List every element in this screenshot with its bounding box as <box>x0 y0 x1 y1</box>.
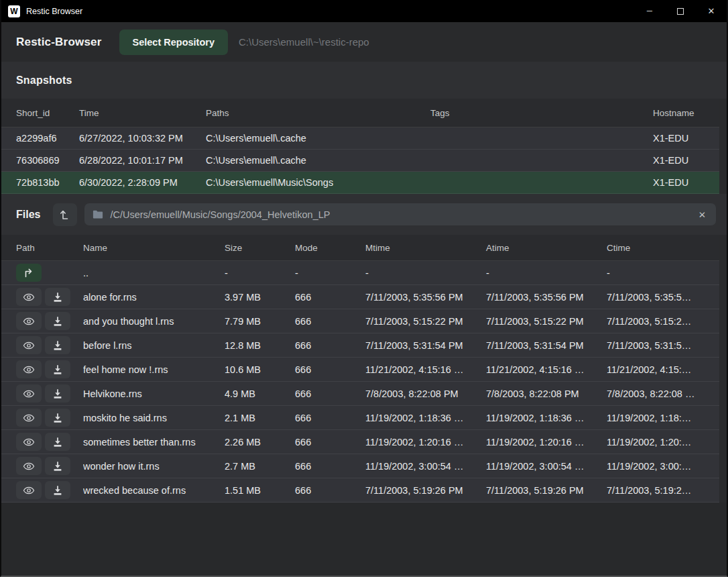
col-paths: Paths <box>206 108 430 118</box>
file-mtime: 11/19/2002, 3:00:54 … <box>365 461 486 472</box>
download-file-button[interactable] <box>45 457 70 475</box>
view-file-button[interactable] <box>16 336 42 354</box>
file-row: wrecked because of.rns 1.51 MB 666 7/11/… <box>1 478 719 503</box>
select-repository-button[interactable]: Select Repository <box>119 30 229 55</box>
window-controls: ─ ✕ <box>634 0 727 22</box>
download-file-button[interactable] <box>45 433 70 451</box>
parent-dir-button[interactable] <box>16 264 42 282</box>
download-file-button[interactable] <box>45 481 70 499</box>
view-file-button[interactable] <box>16 312 42 330</box>
file-atime: 11/19/2002, 3:00:54 … <box>486 461 607 472</box>
app-window: W Restic Browser ─ ✕ Restic-Browser Sele… <box>0 0 728 577</box>
file-name: .. <box>83 268 225 278</box>
titlebar: W Restic Browser ─ ✕ <box>1 0 727 22</box>
file-mode: 666 <box>295 364 365 375</box>
file-mtime: 7/11/2003, 5:15:22 PM <box>365 316 486 327</box>
download-icon <box>51 291 64 303</box>
download-file-button[interactable] <box>45 336 70 354</box>
file-size: 12.8 MB <box>225 340 295 351</box>
file-ctime: 7/11/2003, 5:35:56 PM <box>607 292 705 303</box>
file-name: wonder how it.rns <box>83 461 225 472</box>
snapshot-row[interactable]: 72b813bb 6/30/2022, 2:28:09 PM C:\Users\… <box>1 172 719 194</box>
file-size: 2.7 MB <box>225 461 295 472</box>
view-file-button[interactable] <box>16 481 42 499</box>
close-button[interactable]: ✕ <box>696 0 727 22</box>
file-size: 4.9 MB <box>225 388 295 399</box>
file-mode: 666 <box>295 388 365 399</box>
file-size: - <box>225 268 295 278</box>
repository-path: C:\Users\emuell\~\restic-repo <box>239 36 369 48</box>
close-icon: ✕ <box>708 6 715 16</box>
file-name: wrecked because of.rns <box>83 485 225 496</box>
snapshot-row[interactable]: a2299af6 6/27/2022, 10:03:32 PM C:\Users… <box>1 127 719 150</box>
view-file-button[interactable] <box>16 360 42 378</box>
file-path-value[interactable] <box>110 209 688 220</box>
col-path: Path <box>16 243 83 253</box>
snapshot-time: 6/30/2022, 2:28:09 PM <box>79 177 206 188</box>
parent-dir-row: .. - - - - - <box>1 261 719 285</box>
eye-icon <box>22 315 36 327</box>
up-level-arrow-icon <box>58 208 72 221</box>
download-file-button[interactable] <box>45 312 70 330</box>
col-hostname: Hostname <box>653 108 705 118</box>
view-file-button[interactable] <box>16 288 42 306</box>
file-row: before l.rns 12.8 MB 666 7/11/2003, 5:31… <box>1 333 719 358</box>
snapshot-paths: C:\Users\emuell\.cache <box>206 155 430 166</box>
file-atime: 7/11/2003, 5:35:56 PM <box>486 292 607 303</box>
download-file-button[interactable] <box>45 288 70 306</box>
minimize-button[interactable]: ─ <box>634 0 665 22</box>
file-size: 3.97 MB <box>225 292 295 303</box>
view-file-button[interactable] <box>16 384 42 403</box>
view-file-button[interactable] <box>16 433 42 451</box>
file-mtime: - <box>365 268 486 278</box>
eye-icon <box>22 484 36 496</box>
snapshot-hostname: X1-EDU <box>653 155 705 166</box>
folder-icon <box>92 209 104 220</box>
file-ctime: 7/11/2003, 5:15:22 PM <box>607 316 705 327</box>
snapshot-paths: C:\Users\emuell\.cache <box>206 133 430 144</box>
file-ctime: 11/21/2002, 4:15:16 … <box>607 364 705 375</box>
download-icon <box>51 315 64 327</box>
download-icon <box>51 364 64 376</box>
file-mode: 666 <box>295 437 365 448</box>
download-file-button[interactable] <box>45 409 70 427</box>
col-atime: Atime <box>486 243 607 253</box>
snapshot-short-id: a2299af6 <box>16 133 79 144</box>
eye-icon <box>22 460 36 472</box>
view-file-button[interactable] <box>16 409 42 427</box>
download-icon <box>51 436 64 448</box>
file-name: moskito he said.rns <box>83 413 225 423</box>
empty-area <box>1 503 727 576</box>
up-level-arrow-icon <box>22 267 36 279</box>
snapshot-hostname: X1-EDU <box>653 133 705 144</box>
eye-icon <box>22 364 36 376</box>
snapshot-row[interactable]: 76306869 6/28/2022, 10:01:17 PM C:\Users… <box>1 150 719 172</box>
file-size: 1.51 MB <box>225 485 295 496</box>
view-file-button[interactable] <box>16 457 42 475</box>
col-time: Time <box>79 108 206 118</box>
snapshot-short-id: 76306869 <box>16 155 79 166</box>
file-mode: 666 <box>295 316 365 327</box>
download-file-button[interactable] <box>45 384 70 403</box>
clear-path-button[interactable]: ✕ <box>695 208 709 221</box>
snapshot-short-id: 72b813bb <box>16 177 79 188</box>
file-name: before l.rns <box>83 340 225 351</box>
eye-icon <box>22 339 36 352</box>
file-row: moskito he said.rns 2.1 MB 666 11/19/200… <box>1 406 719 430</box>
go-up-level-button[interactable] <box>53 203 77 226</box>
app-title: Restic-Browser <box>16 36 102 49</box>
file-ctime: 11/19/2002, 1:18:36 … <box>607 413 705 423</box>
file-mode: - <box>295 268 365 278</box>
files-section-header: Files ✕ <box>1 194 727 235</box>
download-icon <box>51 339 64 352</box>
maximize-icon <box>677 8 684 15</box>
maximize-button[interactable] <box>665 0 696 22</box>
snapshot-hostname: X1-EDU <box>653 177 705 188</box>
file-mode: 666 <box>295 461 365 472</box>
file-atime: 7/11/2003, 5:31:54 PM <box>486 340 607 351</box>
file-path-input[interactable]: ✕ <box>84 203 716 225</box>
file-row: sometimes better than.rns 2.26 MB 666 11… <box>1 430 719 454</box>
download-icon <box>51 460 64 472</box>
download-file-button[interactable] <box>45 360 70 378</box>
file-atime: 11/19/2002, 1:18:36 … <box>486 413 607 423</box>
